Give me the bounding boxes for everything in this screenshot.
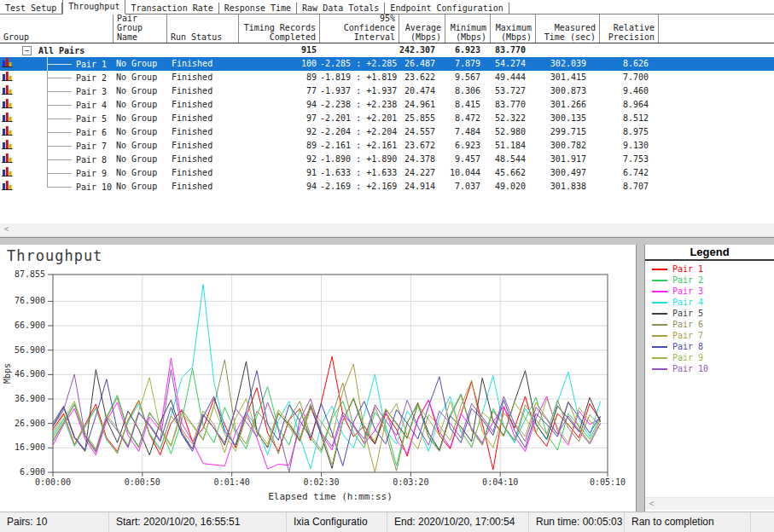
bar-chart-icon	[2, 112, 13, 125]
table-row-pair-1[interactable]: Pair 1No GroupFinished100-2.285 : +2.285…	[0, 57, 774, 71]
tree-branch	[47, 180, 72, 194]
measured-time: 301.917	[536, 153, 600, 166]
legend-hscrollbar[interactable]: <	[645, 497, 774, 510]
group-row-all-pairs[interactable]: −All Pairs915242.3076.92383.770	[0, 43, 774, 57]
run-status: Finished	[167, 57, 239, 71]
tab-response-time[interactable]: Response Time	[219, 3, 297, 14]
column-header-pair-group[interactable]: Pair Group Name	[113, 14, 167, 43]
column-header-95-confidence[interactable]: 95% Confidence Interval	[320, 14, 399, 43]
minimum-mbps: 8.415	[445, 98, 491, 112]
pair-label: Pair 9	[76, 167, 107, 180]
average-mbps: 24.557	[399, 125, 445, 139]
column-header-run-status[interactable]: Run Status	[167, 14, 239, 43]
run-status: Finished	[167, 139, 239, 153]
legend-item-label: Pair 5	[672, 309, 703, 318]
table-row-pair-2[interactable]: Pair 2No GroupFinished89-1.819 : +1.8192…	[0, 71, 774, 84]
group-row-value	[536, 43, 600, 57]
column-header-timing-records[interactable]: Timing Records Completed	[239, 14, 320, 43]
status-pairs: Pairs: 10	[0, 512, 109, 532]
maximum-mbps: 49.444	[491, 71, 536, 84]
table-row-pair-5[interactable]: Pair 5No GroupFinished97-2.201 : +2.2012…	[0, 112, 774, 125]
minimum-mbps: 9.457	[445, 153, 491, 166]
run-status: Finished	[167, 84, 239, 98]
table-row-pair-4[interactable]: Pair 4No GroupFinished94-2.238 : +2.2382…	[0, 98, 774, 112]
measured-time: 301.838	[536, 180, 600, 194]
measured-time: 300.135	[536, 112, 600, 125]
relative-precision: 8.707	[600, 180, 659, 194]
legend-item-label: Pair 3	[672, 286, 703, 296]
throughput-chart: 0:00:000:00:500:01:400:02:300:03:200:04:…	[0, 245, 636, 512]
group-row-value: 6.923	[445, 43, 491, 57]
vertical-splitter[interactable]	[636, 245, 645, 512]
table-row-pair-3[interactable]: Pair 3No GroupFinished77-1.937 : +1.9372…	[0, 84, 774, 98]
run-status: Finished	[167, 166, 239, 180]
timing-records: 97	[239, 112, 320, 125]
table-row-pair-7[interactable]: Pair 7No GroupFinished89-2.161 : +2.1612…	[0, 139, 774, 153]
group-row-value: 915	[239, 43, 320, 57]
legend-item-label: Pair 6	[672, 320, 703, 329]
relative-precision: 8.512	[600, 112, 659, 125]
tab-transaction-rate[interactable]: Transaction Rate	[125, 3, 218, 14]
pair-label: Pair 1	[76, 58, 107, 71]
x-tick-label: 0:03:20	[393, 477, 428, 487]
pair-label: Pair 10	[76, 181, 112, 194]
minimum-mbps: 7.037	[445, 180, 491, 194]
tab-endpoint-configuration[interactable]: Endpoint Configuration	[385, 3, 509, 14]
column-header-average[interactable]: Average (Mbps)	[399, 14, 445, 43]
maximum-mbps: 53.727	[491, 84, 536, 98]
bar-chart-icon	[2, 153, 13, 166]
maximum-mbps: 54.274	[491, 57, 536, 71]
confidence-interval: -2.201 : +2.201	[320, 112, 399, 125]
table-row-pair-6[interactable]: Pair 6No GroupFinished92-2.204 : +2.2042…	[0, 125, 774, 139]
legend-line-swatch	[652, 313, 667, 315]
status-start: Start: 2020/10/20, 16:55:51	[109, 512, 287, 532]
legend-item-pair-2: Pair 2	[645, 275, 774, 286]
confidence-interval: -1.890 : +1.890	[320, 153, 399, 166]
y-tick-label: 6.900	[20, 467, 45, 477]
status-bar: Pairs: 10Start: 2020/10/20, 16:55:51Ixia…	[0, 512, 774, 532]
timing-records: 92	[239, 153, 320, 166]
average-mbps: 23.622	[399, 71, 445, 84]
group-row-value	[320, 43, 399, 57]
maximum-mbps: 52.322	[491, 112, 536, 125]
relative-precision: 6.742	[600, 166, 659, 180]
timing-records: 89	[239, 139, 320, 153]
column-header-maximum[interactable]: Maximum (Mbps)	[491, 14, 536, 43]
column-header-measured[interactable]: Measured Time (sec)	[536, 14, 600, 43]
chevron-left-icon[interactable]: <	[0, 223, 13, 235]
bar-chart-icon	[2, 71, 13, 84]
x-axis-label: Elapsed time (h:mm:ss)	[53, 491, 608, 502]
y-tick-label: 36.900	[15, 394, 45, 403]
pair-group-name: No Group	[113, 84, 167, 98]
table-hscrollbar[interactable]: <	[0, 223, 774, 237]
tab-test-setup[interactable]: Test Setup	[0, 3, 62, 14]
tab-raw-data-totals[interactable]: Raw Data Totals	[297, 3, 385, 14]
table-row-pair-10[interactable]: Pair 10No GroupFinished94-2.169 : +2.169…	[0, 180, 774, 194]
measured-time: 301.415	[536, 71, 600, 84]
collapse-minus-icon[interactable]: −	[22, 46, 32, 55]
chevron-left-icon[interactable]: <	[645, 498, 658, 510]
measured-time: 300.873	[536, 84, 600, 98]
column-header-relative[interactable]: Relative Precision	[600, 14, 659, 43]
tab-bar: Test SetupThroughputTransaction RateResp…	[0, 0, 774, 14]
timing-records: 89	[239, 71, 320, 84]
tree-branch	[47, 84, 72, 98]
legend-item-pair-5: Pair 5	[645, 308, 774, 319]
tab-throughput[interactable]: Throughput	[62, 0, 125, 14]
relative-precision: 9.460	[600, 84, 659, 98]
maximum-mbps: 83.770	[491, 98, 536, 112]
minimum-mbps: 10.044	[445, 166, 491, 180]
relative-precision: 8.975	[600, 125, 659, 139]
maximum-mbps: 49.020	[491, 180, 536, 194]
x-tick-label: 0:00:00	[35, 477, 71, 487]
maximum-mbps: 51.184	[491, 139, 536, 153]
minimum-mbps: 7.879	[445, 57, 491, 71]
relative-precision: 8.626	[600, 57, 659, 71]
table-row-pair-8[interactable]: Pair 8No GroupFinished92-1.890 : +1.8902…	[0, 153, 774, 166]
column-header-minimum[interactable]: Minimum (Mbps)	[445, 14, 491, 43]
legend-item-pair-8: Pair 8	[645, 341, 774, 352]
table-row-pair-9[interactable]: Pair 9No GroupFinished91-1.633 : +1.6332…	[0, 166, 774, 180]
column-header-group[interactable]: Group	[0, 14, 113, 43]
group-row-value: 83.770	[491, 43, 536, 57]
pair-label: Pair 6	[76, 126, 107, 139]
